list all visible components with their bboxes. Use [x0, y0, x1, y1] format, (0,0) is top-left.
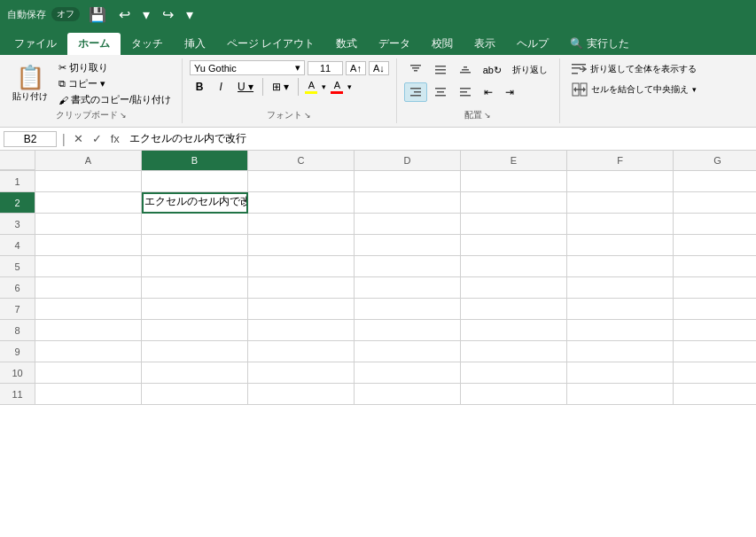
row-header-2[interactable]: 2	[0, 192, 35, 214]
cell-d11[interactable]	[355, 384, 461, 405]
row-header-11[interactable]: 11	[0, 384, 35, 405]
cell-g5[interactable]	[674, 256, 756, 277]
cut-button[interactable]: ✂ 切り取り	[55, 60, 175, 75]
cell-reference-box[interactable]: B2	[4, 131, 57, 147]
cell-b5[interactable]	[142, 256, 248, 277]
cell-e4[interactable]	[461, 235, 567, 256]
cell-a8[interactable]	[35, 320, 142, 341]
cell-g7[interactable]	[674, 299, 756, 320]
cancel-formula-button[interactable]: ✕	[71, 131, 86, 146]
font-size-decrease[interactable]: A↓	[369, 61, 389, 75]
cell-g2[interactable]	[674, 192, 756, 214]
cell-a1[interactable]	[35, 171, 142, 192]
fill-color-button[interactable]: A	[302, 78, 320, 96]
cell-a4[interactable]	[35, 235, 142, 256]
tab-help[interactable]: ヘルプ	[506, 33, 559, 55]
cell-c3[interactable]	[248, 214, 355, 235]
cell-f9[interactable]	[567, 341, 674, 362]
cell-a11[interactable]	[35, 384, 142, 405]
cell-b7[interactable]	[142, 299, 248, 320]
cell-c8[interactable]	[248, 320, 355, 341]
col-header-e[interactable]: E	[461, 151, 567, 170]
cell-f6[interactable]	[567, 277, 674, 299]
cell-g1[interactable]	[674, 171, 756, 192]
alignment-expand[interactable]: ↘	[484, 111, 491, 120]
cell-e6[interactable]	[461, 277, 567, 299]
cell-e10[interactable]	[461, 362, 567, 384]
cell-e3[interactable]	[461, 214, 567, 235]
cell-d7[interactable]	[355, 299, 461, 320]
tab-data[interactable]: データ	[368, 33, 421, 55]
indent-increase-button[interactable]: ⇥	[500, 83, 519, 101]
font-color-dropdown[interactable]: ▾	[347, 82, 352, 91]
cell-f4[interactable]	[567, 235, 674, 256]
autosave-toggle[interactable]: オフ	[51, 7, 80, 21]
cell-c5[interactable]	[248, 256, 355, 277]
redo-button[interactable]: ↪	[159, 4, 177, 25]
cell-b11[interactable]	[142, 384, 248, 405]
cell-c6[interactable]	[248, 277, 355, 299]
tab-formulas[interactable]: 数式	[325, 33, 368, 55]
cell-e9[interactable]	[461, 341, 567, 362]
cell-f5[interactable]	[567, 256, 674, 277]
tab-home[interactable]: ホーム	[67, 33, 121, 55]
col-header-a[interactable]: A	[35, 151, 142, 170]
cell-f11[interactable]	[567, 384, 674, 405]
font-color-button[interactable]: A	[328, 78, 346, 96]
cell-g11[interactable]	[674, 384, 756, 405]
insert-function-button[interactable]: fx	[108, 131, 122, 146]
cell-f3[interactable]	[567, 214, 674, 235]
cell-a7[interactable]	[35, 299, 142, 320]
undo-dropdown[interactable]: ▾	[139, 4, 153, 25]
cell-e2[interactable]	[461, 192, 567, 214]
cell-f2[interactable]	[567, 192, 674, 214]
cell-g3[interactable]	[674, 214, 756, 235]
cell-b6[interactable]	[142, 277, 248, 299]
cell-g10[interactable]	[674, 362, 756, 384]
corner-cell[interactable]	[0, 151, 35, 170]
col-header-b[interactable]: B	[142, 151, 248, 170]
cell-d5[interactable]	[355, 256, 461, 277]
cell-c2[interactable]	[248, 192, 355, 214]
clipboard-expand[interactable]: ↘	[120, 111, 127, 120]
cell-f7[interactable]	[567, 299, 674, 320]
row-header-9[interactable]: 9	[0, 341, 35, 362]
cell-f10[interactable]	[567, 362, 674, 384]
row-header-10[interactable]: 10	[0, 362, 35, 384]
tab-page-layout[interactable]: ページ レイアウト	[216, 33, 325, 55]
cell-e5[interactable]	[461, 256, 567, 277]
row-header-1[interactable]: 1	[0, 171, 35, 192]
cell-b1[interactable]	[142, 171, 248, 192]
underline-button[interactable]: U ▾	[232, 78, 259, 96]
cell-b9[interactable]	[142, 341, 248, 362]
cell-e1[interactable]	[461, 171, 567, 192]
tab-insert[interactable]: 挿入	[174, 33, 216, 55]
tab-file[interactable]: ファイル	[4, 33, 67, 55]
merge-center-btn[interactable]: セルを結合して中央揃え ▾	[568, 81, 700, 98]
cell-d3[interactable]	[355, 214, 461, 235]
align-left-button[interactable]	[454, 82, 477, 102]
cell-g6[interactable]	[674, 277, 756, 299]
format-copy-button[interactable]: 🖌 書式のコピー/貼り付け	[55, 92, 175, 107]
cell-g9[interactable]	[674, 341, 756, 362]
fill-dropdown[interactable]: ▾	[322, 82, 326, 91]
cell-c4[interactable]	[248, 235, 355, 256]
cell-d6[interactable]	[355, 277, 461, 299]
cell-d2[interactable]	[355, 192, 461, 214]
col-header-d[interactable]: D	[355, 151, 461, 170]
cell-g8[interactable]	[674, 320, 756, 341]
copy-button[interactable]: ⧉ コピー ▾	[55, 76, 175, 91]
row-header-4[interactable]: 4	[0, 235, 35, 256]
col-header-c[interactable]: C	[248, 151, 355, 170]
cell-b8[interactable]	[142, 320, 248, 341]
save-button[interactable]: 💾	[85, 4, 110, 25]
tab-review[interactable]: 校閲	[421, 33, 464, 55]
row-header-8[interactable]: 8	[0, 320, 35, 341]
row-header-5[interactable]: 5	[0, 256, 35, 277]
font-expand[interactable]: ↘	[304, 111, 311, 120]
merge-dropdown[interactable]: ▾	[692, 85, 697, 94]
cell-d9[interactable]	[355, 341, 461, 362]
cell-c9[interactable]	[248, 341, 355, 362]
align-right-button[interactable]	[404, 82, 427, 102]
align-center-button[interactable]	[429, 82, 452, 102]
